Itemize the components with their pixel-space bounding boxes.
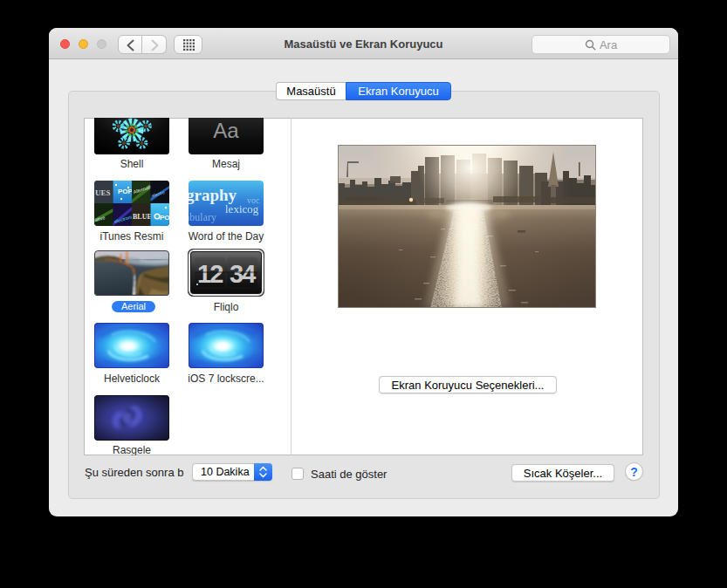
svg-text:POP: POP	[118, 188, 134, 195]
svg-text:abulary: abulary	[189, 211, 216, 223]
svg-text:12: 12	[197, 260, 223, 288]
svg-text:UES: UES	[95, 188, 111, 197]
svg-text:PO: PO	[160, 214, 169, 222]
svg-text:lexicog: lexicog	[225, 202, 259, 215]
svg-text:34: 34	[230, 260, 256, 288]
svg-text:graphy: graphy	[189, 186, 237, 204]
